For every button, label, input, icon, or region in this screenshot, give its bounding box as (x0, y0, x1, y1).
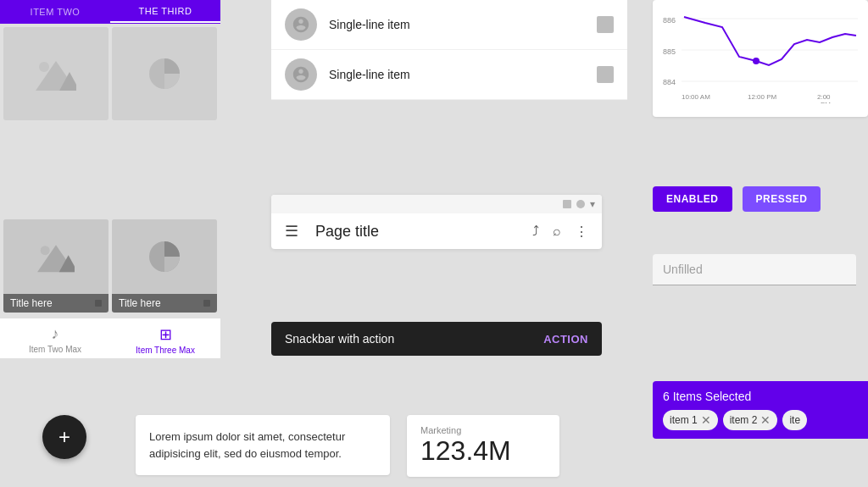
chevron-down-icon: ▾ (590, 198, 595, 210)
pressed-button[interactable]: PRESSED (743, 186, 821, 212)
nav-item-two[interactable]: ♪ Item Two Max (0, 325, 110, 355)
list-text-1: Single-line item (329, 18, 597, 31)
list-item-1[interactable]: Single-line item (271, 0, 627, 50)
snackbar-action-button[interactable]: ACTION (543, 333, 588, 346)
card-dot-right (203, 300, 210, 307)
chip-item-2[interactable]: item 2 ✕ (723, 410, 778, 430)
list-text-2: Single-line item (329, 68, 597, 81)
svg-text:PM: PM (821, 101, 831, 103)
card-img-left: Title here (3, 219, 108, 313)
hamburger-icon[interactable]: ☰ (285, 222, 298, 241)
app-bar-content: ☰ Page title ⤴ ⌕ ⋮ (271, 213, 602, 249)
card-title-bar-right: Title here (112, 294, 217, 313)
chip-label-2: item 2 (730, 414, 758, 426)
fab-button[interactable]: + (42, 415, 86, 459)
tab-item-two[interactable]: ITEM TWO (0, 2, 110, 22)
window-btn-1 (563, 200, 571, 208)
marketing-label: Marketing (420, 425, 546, 435)
chip-item-3[interactable]: ite (782, 410, 807, 430)
snackbar: Snackbar with action ACTION (271, 322, 602, 356)
titled-cards: Title here Title here (0, 216, 220, 316)
chips-row: item 1 ✕ item 2 ✕ ite (663, 410, 863, 430)
app-bar-top: ▾ (271, 195, 602, 213)
list-avatar-2 (285, 58, 317, 91)
tab-bar: ITEM TWO THE THIRD (0, 0, 220, 24)
svg-text:886: 886 (663, 16, 676, 25)
cards-grid (0, 24, 220, 124)
chart-panel: 886 885 884 10:00 AM 12:00 PM 2:00 PM (653, 0, 868, 117)
app-bar: ▾ ☰ Page title ⤴ ⌕ ⋮ (271, 195, 602, 249)
enabled-button[interactable]: ENABLED (653, 186, 732, 212)
list-avatar-1 (285, 8, 317, 41)
unfilled-text-field[interactable]: Unfilled (653, 254, 856, 285)
search-icon[interactable]: ⌕ (553, 224, 561, 239)
music-icon: ♪ (52, 325, 59, 343)
svg-text:12:00 PM: 12:00 PM (748, 93, 777, 101)
list-action-1 (597, 16, 614, 33)
chip-label-3: ite (789, 414, 800, 426)
card-img-right: Title here (112, 219, 217, 313)
snackbar-text: Snackbar with action (285, 332, 394, 346)
svg-point-2 (39, 62, 49, 72)
lorem-text: Lorem ipsum dolor sit amet, consectetur … (149, 430, 345, 460)
svg-text:884: 884 (663, 78, 676, 86)
card-pie (112, 27, 217, 120)
nav-item-three[interactable]: ⊞ Item Three Max (110, 325, 220, 355)
app-bar-actions: ⤴ ⌕ ⋮ (532, 224, 588, 240)
chip-bar-title: 6 Items Selected (663, 390, 863, 403)
nav-label-three: Item Three Max (136, 346, 195, 355)
chip-close-2[interactable]: ✕ (760, 413, 771, 427)
bottom-nav: ♪ Item Two Max ⊞ Item Three Max (0, 318, 220, 358)
app-bar-title: Page title (315, 223, 515, 241)
svg-text:2:00: 2:00 (817, 93, 831, 101)
svg-point-6 (41, 246, 50, 255)
card-dot-left (95, 300, 102, 307)
fab-plus-icon: + (58, 425, 70, 449)
lorem-card: Lorem ipsum dolor sit amet, consectetur … (136, 415, 390, 475)
svg-point-14 (753, 58, 760, 64)
share-icon[interactable]: ⤴ (532, 224, 539, 239)
list-action-2 (597, 66, 614, 83)
chip-item-1[interactable]: item 1 ✕ (663, 410, 718, 430)
marketing-value: 123.4M (420, 435, 546, 467)
card-landscape (3, 27, 108, 120)
unfilled-placeholder: Unfilled (663, 263, 703, 276)
list-panel: Single-line item Single-line item (271, 0, 627, 100)
nav-label-two: Item Two Max (29, 345, 81, 354)
buttons-row: ENABLED PRESSED (653, 186, 821, 212)
marketing-card: Marketing 123.4M (407, 415, 559, 477)
chip-close-1[interactable]: ✕ (701, 413, 711, 427)
tab-item-three[interactable]: THE THIRD (110, 1, 220, 23)
chip-label-1: item 1 (670, 414, 698, 426)
svg-text:885: 885 (663, 47, 676, 56)
svg-text:10:00 AM: 10:00 AM (682, 93, 710, 101)
card-title-left: Title here (10, 297, 53, 309)
card-title-right: Title here (119, 297, 161, 309)
ui-container: ITEM TWO THE THIRD (0, 0, 868, 487)
line-chart: 886 885 884 10:00 AM 12:00 PM 2:00 PM (663, 10, 858, 103)
grid-icon: ⊞ (159, 325, 172, 344)
list-item-2[interactable]: Single-line item (271, 50, 627, 100)
chip-bar: 6 Items Selected item 1 ✕ item 2 ✕ ite (653, 381, 868, 439)
more-vert-icon[interactable]: ⋮ (575, 224, 588, 240)
card-title-bar-left: Title here (3, 294, 108, 313)
window-btn-2 (576, 200, 585, 208)
